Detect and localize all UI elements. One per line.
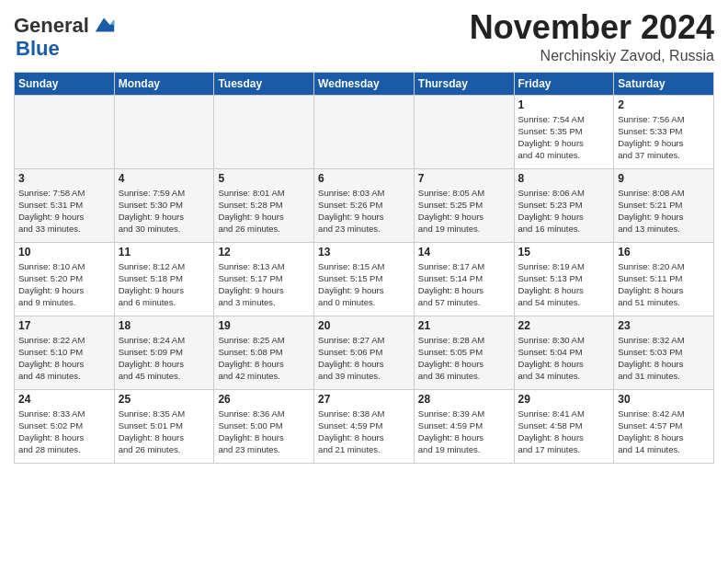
day-info: Sunrise: 7:56 AM Sunset: 5:33 PM Dayligh… [618,113,710,162]
day-info: Sunrise: 8:06 AM Sunset: 5:23 PM Dayligh… [518,187,610,236]
table-row: 24Sunrise: 8:33 AM Sunset: 5:02 PM Dayli… [15,389,115,463]
day-info: Sunrise: 8:13 AM Sunset: 5:17 PM Dayligh… [218,260,310,309]
logo: General Blue [14,13,117,59]
day-number: 16 [618,246,710,259]
day-info: Sunrise: 8:12 AM Sunset: 5:18 PM Dayligh… [119,260,210,309]
day-info: Sunrise: 7:58 AM Sunset: 5:31 PM Dayligh… [18,187,110,236]
day-number: 6 [318,172,410,185]
day-number: 1 [518,98,610,111]
table-row: 13Sunrise: 8:15 AM Sunset: 5:15 PM Dayli… [314,242,415,316]
day-number: 25 [119,393,210,406]
table-row: 12Sunrise: 8:13 AM Sunset: 5:17 PM Dayli… [214,242,314,316]
table-row: 10Sunrise: 8:10 AM Sunset: 5:20 PM Dayli… [15,242,115,316]
day-number: 3 [18,172,110,185]
day-number: 28 [418,393,510,406]
calendar-table: Sunday Monday Tuesday Wednesday Thursday… [14,72,714,464]
table-row: 3Sunrise: 7:58 AM Sunset: 5:31 PM Daylig… [15,168,115,242]
day-number: 15 [518,246,610,259]
table-row: 30Sunrise: 8:42 AM Sunset: 4:57 PM Dayli… [614,389,714,463]
table-row: 25Sunrise: 8:35 AM Sunset: 5:01 PM Dayli… [114,389,214,463]
calendar-week-row: 3Sunrise: 7:58 AM Sunset: 5:31 PM Daylig… [15,168,714,242]
day-number: 7 [418,172,510,185]
page-container: General Blue November 2024 Nerchinskiy Z… [0,0,728,468]
day-info: Sunrise: 8:20 AM Sunset: 5:11 PM Dayligh… [618,260,710,309]
calendar-header-row: Sunday Monday Tuesday Wednesday Thursday… [15,72,714,95]
day-info: Sunrise: 8:28 AM Sunset: 5:05 PM Dayligh… [418,334,510,383]
day-info: Sunrise: 8:10 AM Sunset: 5:20 PM Dayligh… [18,260,110,309]
day-info: Sunrise: 8:01 AM Sunset: 5:28 PM Dayligh… [218,187,310,236]
day-info: Sunrise: 8:24 AM Sunset: 5:09 PM Dayligh… [119,334,210,383]
day-number: 29 [518,393,610,406]
day-info: Sunrise: 8:15 AM Sunset: 5:15 PM Dayligh… [318,260,410,309]
day-info: Sunrise: 7:54 AM Sunset: 5:35 PM Dayligh… [518,113,610,162]
table-row: 7Sunrise: 8:05 AM Sunset: 5:25 PM Daylig… [414,168,514,242]
col-friday: Friday [514,72,614,95]
table-row: 19Sunrise: 8:25 AM Sunset: 5:08 PM Dayli… [214,316,314,389]
day-info: Sunrise: 8:27 AM Sunset: 5:06 PM Dayligh… [318,334,410,383]
day-info: Sunrise: 8:33 AM Sunset: 5:02 PM Dayligh… [18,408,110,456]
table-row: 23Sunrise: 8:32 AM Sunset: 5:03 PM Dayli… [614,316,714,389]
table-row: 8Sunrise: 8:06 AM Sunset: 5:23 PM Daylig… [514,168,614,242]
table-row: 6Sunrise: 8:03 AM Sunset: 5:26 PM Daylig… [314,168,415,242]
day-number: 8 [518,172,610,185]
table-row: 22Sunrise: 8:30 AM Sunset: 5:04 PM Dayli… [514,316,614,389]
col-sunday: Sunday [15,72,115,95]
day-number: 2 [618,98,710,111]
table-row: 21Sunrise: 8:28 AM Sunset: 5:05 PM Dayli… [414,316,514,389]
table-row: 29Sunrise: 8:41 AM Sunset: 4:58 PM Dayli… [514,389,614,463]
day-number: 4 [119,172,210,185]
table-row: 4Sunrise: 7:59 AM Sunset: 5:30 PM Daylig… [114,168,214,242]
day-number: 23 [618,319,710,332]
table-row: 18Sunrise: 8:24 AM Sunset: 5:09 PM Dayli… [114,316,214,389]
calendar-week-row: 1Sunrise: 7:54 AM Sunset: 5:35 PM Daylig… [15,95,714,168]
day-number: 17 [18,319,110,332]
day-number: 20 [318,319,410,332]
col-monday: Monday [114,72,214,95]
table-row [114,95,214,168]
day-info: Sunrise: 8:42 AM Sunset: 4:57 PM Dayligh… [618,408,710,456]
table-row [15,95,115,168]
table-row: 14Sunrise: 8:17 AM Sunset: 5:14 PM Dayli… [414,242,514,316]
calendar-week-row: 24Sunrise: 8:33 AM Sunset: 5:02 PM Dayli… [15,389,714,463]
table-row: 17Sunrise: 8:22 AM Sunset: 5:10 PM Dayli… [15,316,115,389]
table-row: 15Sunrise: 8:19 AM Sunset: 5:13 PM Dayli… [514,242,614,316]
day-info: Sunrise: 8:25 AM Sunset: 5:08 PM Dayligh… [218,334,310,383]
calendar-week-row: 10Sunrise: 8:10 AM Sunset: 5:20 PM Dayli… [15,242,714,316]
svg-marker-1 [109,19,114,25]
day-number: 13 [318,246,410,259]
day-number: 11 [119,246,210,259]
day-info: Sunrise: 7:59 AM Sunset: 5:30 PM Dayligh… [119,187,210,236]
day-number: 10 [18,246,110,259]
logo-icon [91,13,117,39]
day-number: 26 [218,393,310,406]
calendar-week-row: 17Sunrise: 8:22 AM Sunset: 5:10 PM Dayli… [15,316,714,389]
table-row: 26Sunrise: 8:36 AM Sunset: 5:00 PM Dayli… [214,389,314,463]
day-info: Sunrise: 8:35 AM Sunset: 5:01 PM Dayligh… [119,408,210,456]
day-info: Sunrise: 8:30 AM Sunset: 5:04 PM Dayligh… [518,334,610,383]
day-info: Sunrise: 8:39 AM Sunset: 4:59 PM Dayligh… [418,408,510,456]
table-row: 27Sunrise: 8:38 AM Sunset: 4:59 PM Dayli… [314,389,415,463]
table-row [414,95,514,168]
col-tuesday: Tuesday [214,72,314,95]
col-saturday: Saturday [614,72,714,95]
col-wednesday: Wednesday [314,72,415,95]
table-row [314,95,415,168]
day-info: Sunrise: 8:05 AM Sunset: 5:25 PM Dayligh… [418,187,510,236]
day-number: 24 [18,393,110,406]
table-row: 11Sunrise: 8:12 AM Sunset: 5:18 PM Dayli… [114,242,214,316]
day-info: Sunrise: 8:36 AM Sunset: 5:00 PM Dayligh… [218,408,310,456]
day-number: 18 [119,319,210,332]
day-info: Sunrise: 8:38 AM Sunset: 4:59 PM Dayligh… [318,408,410,456]
logo-general-text: General [14,16,89,36]
title-block: November 2024 Nerchinskiy Zavod, Russia [470,9,714,64]
day-info: Sunrise: 8:22 AM Sunset: 5:10 PM Dayligh… [18,334,110,383]
day-number: 27 [318,393,410,406]
day-info: Sunrise: 8:08 AM Sunset: 5:21 PM Dayligh… [618,187,710,236]
header: General Blue November 2024 Nerchinskiy Z… [14,9,714,64]
month-title: November 2024 [470,9,714,46]
day-number: 14 [418,246,510,259]
col-thursday: Thursday [414,72,514,95]
day-number: 30 [618,393,710,406]
day-number: 12 [218,246,310,259]
day-number: 22 [518,319,610,332]
